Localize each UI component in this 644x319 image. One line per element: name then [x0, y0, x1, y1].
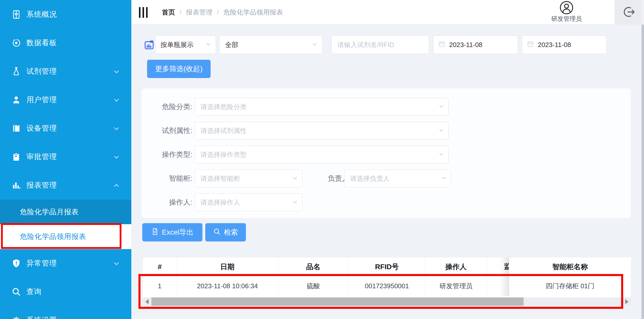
cabinet-select[interactable]: 请选择智能柜: [195, 170, 302, 187]
sidebar-item-label: 查询: [26, 287, 42, 297]
cell-rfid: 001723950001: [349, 276, 425, 296]
table-row[interactable]: 1 2023-11-08 10:06:34 硫酸 001723950001 研发…: [143, 276, 631, 296]
sidebar-item-label: 报表管理: [26, 180, 57, 190]
reagent-attr-placeholder: 请选择试剂属性: [200, 126, 247, 135]
op-type-placeholder: 请选择操作类型: [200, 150, 247, 159]
chevron-down-icon: [293, 175, 297, 179]
sidebar-item-system-overview[interactable]: 系统概况: [0, 0, 131, 29]
scroll-right-arrow-icon[interactable]: [625, 299, 629, 304]
sidebar-item-usage-report-active[interactable]: 危险化学品领用报表: [0, 224, 131, 249]
clipped-header-text: 监: [504, 262, 509, 273]
principal-select[interactable]: 请选择负责人: [344, 170, 451, 187]
horizontal-scrollbar-thumb[interactable]: [151, 297, 524, 306]
sidebar-item-system-settings[interactable]: 系统设置: [0, 306, 131, 319]
view-mode-value: 按单瓶展示: [161, 40, 194, 49]
hazard-class-label: 危险分类:: [142, 98, 192, 116]
sidebar-item-label: 危险化学品月报表: [20, 207, 79, 217]
reagent-attr-select[interactable]: 请选择试剂属性: [195, 122, 449, 140]
breadcrumb-report-mgmt[interactable]: 报表管理: [186, 8, 212, 17]
hazard-class-placeholder: 请选择危险分类: [200, 102, 247, 111]
chevron-down-icon: [293, 199, 297, 203]
sidebar-item-label: 数据看板: [26, 38, 57, 48]
chevron-down-icon: [439, 128, 444, 132]
sidebar-item-exception-mgmt[interactable]: 异常管理: [0, 249, 131, 278]
chevron-down-icon: [114, 260, 119, 265]
sidebar-item-user-mgmt[interactable]: 用户管理: [0, 86, 131, 114]
principal-placeholder: 请选择负责人: [350, 174, 390, 183]
table-header-row: # 日期 品名 RFID号 操作人 监 智能柜名称: [143, 257, 631, 276]
excel-export-button[interactable]: Excel导出: [142, 223, 202, 241]
breadcrumb-separator: /: [180, 8, 181, 16]
vertical-scrollbar-thumb[interactable]: [641, 25, 644, 319]
sidebar-item-label: 设备管理: [26, 123, 57, 133]
breadcrumb-current-page: 危险化学品领用报表: [223, 8, 283, 17]
sidebar-item-report-mgmt[interactable]: 报表管理: [0, 171, 131, 200]
sidebar-item-label: 异常管理: [26, 258, 57, 268]
sidebar-item-label: 试剂管理: [26, 66, 57, 77]
search-button[interactable]: 检索: [205, 223, 246, 241]
logout-icon: [623, 5, 636, 20]
breadcrumb: 首页 / 报表管理 / 危险化学品领用报表: [162, 0, 283, 25]
search-label: 检索: [224, 227, 238, 237]
user-name: 研发管理员: [541, 15, 592, 23]
principal-label: 负责人:: [300, 170, 351, 187]
report-chart-icon: [11, 180, 21, 190]
user-icon: [11, 95, 21, 105]
user-menu[interactable]: 研发管理员: [541, 1, 592, 25]
cabinet-placeholder: 请选择智能柜: [200, 174, 240, 183]
scope-value: 全部: [225, 40, 238, 49]
scope-select[interactable]: 全部: [219, 36, 322, 54]
cell-date: 2023-11-08 10:06:34: [177, 276, 278, 296]
col-header-date: 日期: [177, 257, 278, 276]
op-type-label: 操作类型:: [142, 146, 192, 163]
keyword-input[interactable]: [332, 36, 429, 54]
sidebar-item-data-dashboard[interactable]: 数据看板: [0, 29, 131, 57]
sidebar-item-label: 审批管理: [26, 152, 57, 162]
chevron-down-icon: [313, 42, 317, 46]
excel-export-label: Excel导出: [162, 227, 193, 237]
reagent-attr-label: 试剂属性:: [142, 122, 192, 140]
breadcrumb-home[interactable]: 首页: [162, 8, 175, 17]
chevron-down-icon: [114, 97, 119, 101]
view-mode-select[interactable]: 按单瓶展示: [155, 36, 216, 54]
end-date-picker[interactable]: 2023-11-08: [522, 36, 606, 54]
operator-placeholder: 请选择操作人: [200, 198, 240, 207]
sidebar-item-label: 系统概况: [26, 9, 57, 20]
sidebar-item-reagent-mgmt[interactable]: 试剂管理: [0, 57, 131, 86]
chevron-down-icon: [206, 42, 210, 46]
device-icon: [11, 123, 21, 133]
col-header-name: 品名: [278, 257, 349, 276]
sidebar-item-device-mgmt[interactable]: 设备管理: [0, 114, 131, 143]
cell-hidden: [487, 276, 509, 296]
vertical-scrollbar[interactable]: [641, 0, 644, 319]
scroll-left-arrow-icon[interactable]: [145, 299, 149, 304]
operator-select[interactable]: 请选择操作人: [195, 193, 302, 211]
end-date-value: 2023-11-08: [538, 41, 571, 49]
flask-icon: [11, 66, 21, 77]
chevron-down-icon: [439, 104, 444, 108]
data-dashboard-icon: [11, 38, 21, 48]
op-type-select[interactable]: 请选择操作类型: [195, 146, 449, 163]
start-date-picker[interactable]: 2023-11-08: [433, 36, 518, 54]
hazard-class-select[interactable]: 请选择危险分类: [195, 98, 449, 116]
sidebar-item-monthly-report[interactable]: 危险化学品月报表: [0, 200, 131, 224]
sidebar-item-query[interactable]: 查询: [0, 278, 131, 306]
cell-name: 硫酸: [278, 276, 349, 296]
sidebar-item-label: 危险化学品领用报表: [20, 232, 86, 241]
search-icon: [213, 228, 221, 237]
shield-icon: [11, 258, 21, 268]
logout-button[interactable]: [615, 0, 644, 25]
chevron-down-icon: [442, 175, 446, 179]
horizontal-scrollbar[interactable]: [143, 297, 631, 306]
sidebar-collapse-toggle-icon[interactable]: [139, 7, 148, 18]
sidebar-item-approval-mgmt[interactable]: 审批管理: [0, 143, 131, 171]
cell-cabinet: 四门存储柜 01门: [509, 276, 631, 296]
cabinet-icon: [11, 9, 21, 20]
report-table: # 日期 品名 RFID号 操作人 监 智能柜名称 1 2023-11-08 1…: [143, 257, 631, 306]
more-filter-button[interactable]: 更多筛选(收起): [147, 60, 211, 78]
start-date-value: 2023-11-08: [449, 41, 482, 49]
breadcrumb-separator: /: [217, 8, 219, 16]
clipboard-icon: [11, 152, 21, 162]
top-bar: 首页 / 报表管理 / 危险化学品领用报表 研发管理员: [131, 0, 644, 25]
chevron-down-icon: [439, 151, 444, 156]
